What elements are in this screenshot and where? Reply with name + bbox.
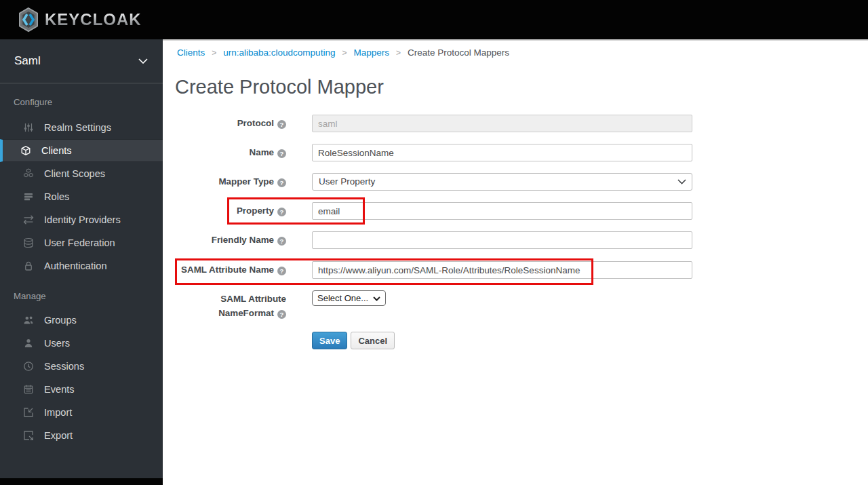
sidebar-item-label: Client Scopes	[44, 168, 105, 179]
sidebar-bottom-strip	[0, 478, 163, 485]
breadcrumb-clients[interactable]: Clients	[177, 47, 205, 58]
top-header: KEYCLOAK	[0, 0, 868, 39]
sidebar-item-label: Groups	[44, 315, 77, 326]
sidebar-section-manage: Manage	[14, 290, 163, 303]
configure-nav: Realm Settings Clients Client Scopes Rol…	[0, 116, 163, 277]
sidebar-item-label: Authentication	[44, 260, 107, 271]
mapper-type-select[interactable]: User Property	[312, 173, 692, 191]
database-icon	[23, 237, 35, 248]
clock-icon	[23, 361, 35, 372]
sidebar-item-sessions[interactable]: Sessions	[0, 355, 163, 378]
sidebar-item-label: Import	[44, 407, 72, 418]
sidebar-item-users[interactable]: Users	[0, 332, 163, 355]
help-icon[interactable]	[277, 237, 286, 246]
help-icon[interactable]	[277, 310, 286, 319]
realm-selector[interactable]: Saml	[0, 39, 163, 83]
friendly-name-label: Friendly Name	[163, 231, 286, 249]
sidebar-item-label: Roles	[44, 191, 69, 202]
users-icon	[23, 315, 35, 326]
breadcrumb: Clients urn:alibaba:cloudcomputing Mappe…	[177, 47, 509, 58]
exchange-arrows-icon	[23, 214, 35, 225]
manage-nav: Groups Users Sessions Events	[0, 309, 163, 447]
sidebar-item-authentication[interactable]: Authentication	[0, 254, 163, 277]
breadcrumb-mappers[interactable]: Mappers	[335, 47, 389, 58]
protocol-label: Protocol	[163, 115, 286, 132]
sidebar-item-groups[interactable]: Groups	[0, 309, 163, 332]
sidebar-item-label: User Federation	[44, 237, 115, 248]
mapper-type-label: Mapper Type	[163, 173, 286, 191]
form-buttons: Save Cancel	[312, 332, 395, 349]
realm-name: Saml	[14, 54, 41, 68]
keycloak-logo-text: KEYCLOAK	[45, 10, 142, 29]
page-title: Create Protocol Mapper	[175, 76, 384, 98]
keycloak-admin-console: KEYCLOAK Saml Configure Realm Settings	[0, 0, 868, 485]
help-icon[interactable]	[277, 208, 286, 216]
header-divider	[163, 39, 868, 41]
cancel-button[interactable]: Cancel	[351, 332, 395, 349]
sidebar-item-label: Export	[44, 430, 73, 441]
sidebar-section-configure: Configure	[14, 96, 163, 109]
protocol-input	[312, 115, 692, 132]
sidebar-item-label: Events	[44, 384, 75, 395]
sliders-icon	[23, 122, 35, 133]
cubes-icon	[23, 168, 35, 179]
saml-attribute-nameformat-select[interactable]: Select One...	[312, 290, 386, 306]
sidebar-item-label: Clients	[41, 145, 72, 156]
name-input[interactable]	[312, 144, 692, 161]
sidebar-item-client-scopes[interactable]: Client Scopes	[0, 162, 163, 185]
sidebar-item-export[interactable]: Export	[0, 424, 163, 447]
keycloak-logo[interactable]: KEYCLOAK	[16, 6, 142, 33]
keycloak-logo-icon	[16, 6, 41, 33]
saml-attribute-name-input[interactable]	[312, 261, 692, 279]
friendly-name-input[interactable]	[312, 231, 692, 249]
sidebar-item-events[interactable]: Events	[0, 378, 163, 401]
sidebar-item-label: Users	[44, 338, 70, 349]
help-icon[interactable]	[277, 178, 286, 187]
sidebar-item-label: Realm Settings	[44, 122, 111, 133]
export-icon	[23, 430, 35, 441]
sidebar-item-clients[interactable]: Clients	[0, 139, 163, 162]
name-label: Name	[163, 144, 286, 161]
sidebar-item-import[interactable]: Import	[0, 401, 163, 424]
sidebar-item-user-federation[interactable]: User Federation	[0, 231, 163, 254]
sidebar: Saml Configure Realm Settings Clients	[0, 39, 163, 478]
save-button[interactable]: Save	[312, 332, 347, 349]
sidebar-item-roles[interactable]: Roles	[0, 185, 163, 208]
user-icon	[23, 338, 35, 349]
chevron-down-icon	[138, 58, 148, 64]
sidebar-item-realm-settings[interactable]: Realm Settings	[0, 116, 163, 139]
property-input[interactable]	[312, 202, 692, 220]
breadcrumb-current: Create Protocol Mappers	[389, 47, 509, 58]
calendar-icon	[23, 384, 35, 395]
saml-attribute-name-label: SAML Attribute Name	[163, 261, 286, 279]
sidebar-item-label: Sessions	[44, 361, 84, 372]
help-icon[interactable]	[277, 149, 286, 158]
chevron-down-icon	[373, 296, 380, 301]
help-icon[interactable]	[277, 120, 286, 129]
chevron-down-icon	[677, 179, 686, 185]
cube-icon	[20, 145, 33, 156]
list-icon	[23, 191, 35, 202]
import-icon	[23, 407, 35, 418]
sidebar-item-identity-providers[interactable]: Identity Providers	[0, 208, 163, 231]
property-label: Property	[163, 202, 286, 220]
help-icon[interactable]	[277, 267, 286, 275]
breadcrumb-client-id[interactable]: urn:alibaba:cloudcomputing	[205, 47, 335, 58]
saml-attribute-nameformat-label: SAML Attribute NameFormat	[198, 292, 286, 320]
sidebar-item-label: Identity Providers	[44, 214, 121, 225]
lock-icon	[23, 260, 35, 271]
